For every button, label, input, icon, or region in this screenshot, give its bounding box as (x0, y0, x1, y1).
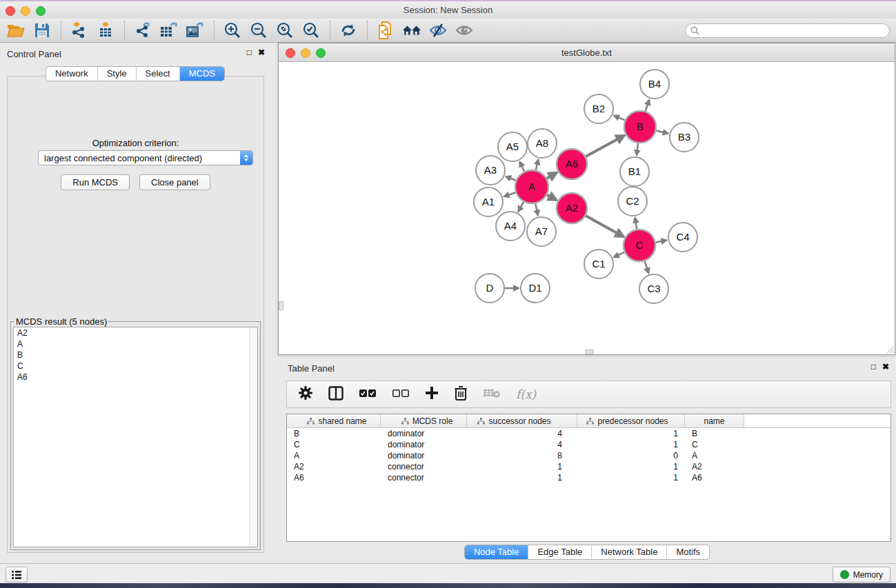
open-session-icon[interactable] (6, 21, 26, 40)
graph-node-B4[interactable]: B4 (640, 70, 669, 99)
graph-node-B[interactable]: B (624, 111, 656, 143)
apply-layout-icon[interactable] (338, 21, 359, 40)
select-all-columns-icon[interactable] (359, 388, 377, 401)
tab-style[interactable]: Style (97, 67, 136, 81)
delete-columns-icon[interactable] (454, 385, 468, 403)
zoom-selected-icon[interactable] (301, 21, 321, 40)
graph-node-A2[interactable]: A2 (557, 193, 587, 223)
graph-node-C3[interactable]: C3 (639, 274, 668, 303)
table-row[interactable]: A dominator 8 0 A (287, 450, 890, 461)
graph-edge-A-A7[interactable] (535, 203, 538, 215)
graph-edge-C-C1[interactable] (614, 252, 624, 257)
tab-select[interactable]: Select (136, 67, 179, 81)
graph-node-A6[interactable]: A6 (557, 149, 587, 179)
tab-motifs[interactable]: Motifs (666, 545, 709, 559)
graph-edge-A2-C[interactable] (586, 216, 624, 236)
column-header-predecessor-nodes[interactable]: predecessor nodes (577, 414, 685, 427)
graph-node-A[interactable]: A (515, 170, 548, 203)
graph-node-C[interactable]: C (624, 230, 655, 261)
delete-table-icon[interactable] (483, 387, 501, 401)
float-table-panel-icon[interactable]: □ (871, 362, 876, 372)
graph-node-B2[interactable]: B2 (584, 94, 613, 123)
result-list-item[interactable]: A2 (14, 327, 257, 338)
search-field[interactable] (685, 23, 890, 38)
graph-edge-B-B1[interactable] (637, 143, 638, 155)
graph-node-A1[interactable]: A1 (474, 187, 503, 216)
close-table-panel-icon[interactable]: ✖ (882, 362, 889, 372)
result-list-item[interactable]: C (14, 361, 257, 372)
memory-button[interactable]: Memory (833, 567, 890, 582)
result-list-item[interactable]: A6 (14, 372, 257, 383)
graph-node-D1[interactable]: D1 (521, 274, 550, 303)
search-input[interactable] (699, 25, 884, 36)
graph-node-C1[interactable]: C1 (584, 250, 613, 278)
save-session-icon[interactable] (32, 21, 52, 40)
graph-edge-C-C3[interactable] (645, 261, 649, 273)
graph-edge-A-A3[interactable] (506, 176, 516, 181)
hide-selected-icon[interactable] (428, 21, 448, 40)
show-column-panel-icon[interactable] (328, 386, 344, 403)
zoom-in-icon[interactable] (222, 21, 243, 40)
close-panel-icon[interactable]: ✖ (258, 48, 265, 57)
table-row[interactable]: A6 connector 1 1 A6 (287, 472, 890, 483)
result-list-item[interactable]: B (14, 349, 257, 361)
network-window-titlebar[interactable]: testGlobe.txt (279, 43, 895, 62)
network-canvas[interactable]: B4B2BB3B1A5A8A6A3AA1A2A4A7C2C4CC1C3DD1 (279, 62, 895, 355)
graph-node-A8[interactable]: A8 (528, 129, 557, 158)
tab-network-table[interactable]: Network Table (591, 545, 666, 559)
function-builder-icon[interactable]: f(x) (516, 387, 536, 401)
graph-edge-A-A4[interactable] (518, 202, 524, 212)
graph-edge-A-A5[interactable] (519, 162, 524, 172)
run-mcds-button[interactable]: Run MCDS (61, 174, 130, 190)
table-row[interactable]: B dominator 4 1 B (287, 428, 890, 439)
float-panel-icon[interactable]: □ (247, 48, 252, 57)
export-image-icon[interactable] (185, 21, 206, 40)
graph-node-B3[interactable]: B3 (670, 123, 699, 152)
tab-edge-table[interactable]: Edge Table (528, 545, 591, 559)
create-new-column-icon[interactable] (425, 386, 439, 403)
graph-node-A3[interactable]: A3 (476, 156, 505, 185)
import-network-icon[interactable] (69, 21, 90, 40)
graph-node-A7[interactable]: A7 (527, 217, 556, 246)
export-network-icon[interactable] (132, 21, 153, 40)
graph-node-C2[interactable]: C2 (618, 187, 647, 216)
column-header-shared-name[interactable]: shared name (287, 414, 381, 427)
graph-edge-A-A1[interactable] (504, 192, 516, 196)
splitter-handle-bottom[interactable] (585, 349, 594, 354)
optimization-criterion-select[interactable]: largest connected component (directed) (38, 150, 253, 165)
column-header-successor-nodes[interactable]: successor nodes (467, 414, 577, 427)
close-panel-button[interactable]: Close panel (139, 174, 210, 190)
new-network-from-selection-icon[interactable] (375, 21, 396, 40)
graph-edge-B-B2[interactable] (614, 116, 625, 121)
table-row[interactable]: C dominator 4 1 C (287, 439, 890, 450)
zoom-out-icon[interactable] (248, 21, 269, 40)
zoom-fit-icon[interactable] (275, 21, 295, 40)
splitter-handle-left[interactable] (279, 301, 283, 310)
first-neighbors-icon[interactable] (401, 21, 422, 40)
graph-node-C4[interactable]: C4 (668, 223, 697, 252)
graph-edge-A-A8[interactable] (536, 159, 539, 170)
tab-mcds[interactable]: MCDS (179, 67, 224, 81)
graph-edge-C-C4[interactable] (656, 240, 667, 242)
graph-edge-A6-B[interactable] (586, 135, 624, 156)
import-table-icon[interactable] (95, 21, 116, 40)
export-table-icon[interactable] (159, 21, 179, 40)
graph-edge-A-A2[interactable] (547, 195, 557, 200)
mcds-result-list[interactable]: A2 A B C A6 (13, 327, 258, 547)
tab-node-table[interactable]: Node Table (465, 545, 528, 559)
table-options-gear-icon[interactable] (298, 385, 313, 403)
graph-node-D[interactable]: D (475, 274, 504, 303)
tab-network[interactable]: Network (46, 67, 97, 81)
graph-node-A5[interactable]: A5 (498, 132, 527, 161)
column-header-mcds-role[interactable]: MCDS role (381, 414, 467, 427)
unselect-all-columns-icon[interactable] (392, 388, 410, 401)
result-list-scrollbar[interactable] (249, 327, 257, 547)
graph-edge-C-C2[interactable] (635, 218, 637, 230)
table-row[interactable]: A2 connector 1 1 A2 (287, 461, 890, 472)
graph-edge-B-B3[interactable] (656, 130, 668, 133)
graph-node-A4[interactable]: A4 (496, 212, 525, 241)
task-history-button[interactable] (6, 567, 28, 582)
window-resize-grip[interactable] (884, 344, 894, 354)
graph-edge-B-B4[interactable] (646, 100, 650, 112)
result-list-item[interactable]: A (14, 338, 257, 349)
